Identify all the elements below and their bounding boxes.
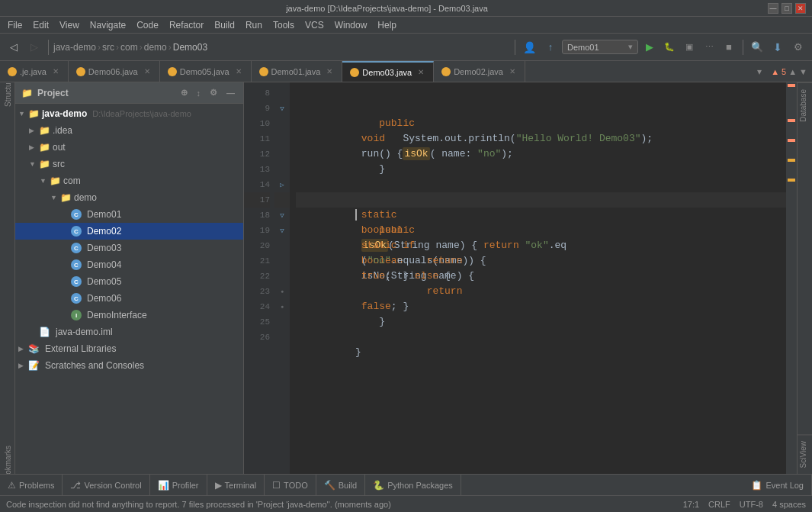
tree-item-demo06[interactable]: ▶ C Demo06 bbox=[15, 290, 243, 307]
tree-item-demo03[interactable]: ▶ C Demo03 bbox=[15, 240, 243, 256]
code-content[interactable]: public void run() { System.out.println("… bbox=[290, 82, 786, 474]
bottom-tab-python[interactable]: 🐍 Python Packages bbox=[365, 475, 461, 495]
tree-item-root[interactable]: ▼ 📁 java-demo D:\IdeaProjects\java-demo bbox=[15, 105, 243, 122]
tab-icon-demo01 bbox=[259, 67, 268, 76]
tree-item-demointerface[interactable]: ▶ I DemoInterface bbox=[15, 307, 243, 324]
menu-item-help[interactable]: Help bbox=[373, 18, 401, 32]
maximize-button[interactable]: □ bbox=[782, 3, 792, 14]
stop-button[interactable]: ■ bbox=[720, 38, 738, 56]
title-text: java-demo [D:\IdeaProjects\java-demo] - … bbox=[6, 4, 768, 13]
tree-item-idea[interactable]: ▶ 📁 .idea bbox=[15, 122, 243, 139]
run-config-selector[interactable]: Demo01 ▾ bbox=[562, 40, 638, 54]
minimize-button[interactable]: — bbox=[768, 3, 778, 14]
menu-item-navigate[interactable]: Navigate bbox=[85, 18, 130, 32]
tree-item-com[interactable]: ▼ 📁 com bbox=[15, 172, 243, 189]
panel-collapse-button[interactable]: — bbox=[224, 87, 237, 99]
tab-demo06[interactable]: Demo06.java ✕ bbox=[69, 61, 160, 82]
vcs-update-button[interactable]: ↑ bbox=[541, 38, 560, 56]
tree-item-scratches[interactable]: ▶ 📝 Scratches and Consoles bbox=[15, 357, 243, 374]
tree-item-iml[interactable]: ▶ 📄 java-demo.iml bbox=[15, 324, 243, 340]
breadcrumb-demo03[interactable]: Demo03 bbox=[173, 42, 207, 53]
tree-item-ext-libs[interactable]: ▶ 📚 External Libraries bbox=[15, 340, 243, 357]
line-num-24: 24 bbox=[244, 299, 270, 314]
menu-item-code[interactable]: Code bbox=[132, 18, 163, 32]
warning-down-icon[interactable]: ▼ bbox=[799, 67, 807, 76]
tab-close-demo06[interactable]: ✕ bbox=[143, 67, 152, 76]
bottom-tab-eventlog[interactable]: 📋 Event Log bbox=[743, 475, 812, 495]
tab-je[interactable]: .je.java ✕ bbox=[0, 61, 69, 82]
settings-button[interactable]: ⚙ bbox=[789, 38, 807, 56]
tab-close-demo01[interactable]: ✕ bbox=[325, 67, 334, 76]
tab-close-demo05[interactable]: ✕ bbox=[234, 67, 243, 76]
tree-item-out[interactable]: ▶ 📁 out bbox=[15, 139, 243, 156]
panel-sort-button[interactable]: ↕ bbox=[194, 87, 204, 99]
menu-item-view[interactable]: View bbox=[55, 18, 84, 32]
sciview-tab[interactable]: SciView bbox=[798, 434, 813, 474]
tree-item-demo[interactable]: ▼ 📁 demo bbox=[15, 189, 243, 206]
more-run-button[interactable]: ⋯ bbox=[700, 38, 718, 56]
tree-item-demo04[interactable]: ▶ C Demo04 bbox=[15, 256, 243, 273]
breadcrumb-javademo[interactable]: java-demo bbox=[53, 42, 96, 53]
menu-item-run[interactable]: Run bbox=[241, 18, 267, 32]
bottom-tab-build[interactable]: 🔨 Build bbox=[316, 475, 365, 495]
tab-demo03[interactable]: Demo03.java ✕ bbox=[342, 61, 434, 82]
panel-add-button[interactable]: ⊕ bbox=[178, 86, 190, 99]
search-button[interactable]: 🔍 bbox=[748, 38, 766, 56]
tab-demo02[interactable]: Demo02.java ✕ bbox=[434, 61, 525, 82]
breadcrumb-src[interactable]: src bbox=[102, 42, 114, 53]
panel-settings-button[interactable]: ⚙ bbox=[207, 86, 220, 99]
bottom-tab-profiler[interactable]: 📊 Profiler bbox=[150, 475, 207, 495]
gutter-21 bbox=[274, 253, 290, 269]
tab-demo01[interactable]: Demo01.java ✕ bbox=[252, 61, 343, 82]
coverage-button[interactable]: ▣ bbox=[680, 38, 698, 56]
warning-count: 5 bbox=[782, 67, 786, 76]
menu-item-tools[interactable]: Tools bbox=[268, 18, 299, 32]
bottom-tab-todo[interactable]: ☐ TODO bbox=[265, 475, 316, 495]
status-charset[interactable]: UTF-8 bbox=[740, 500, 763, 509]
bottom-tab-vcs[interactable]: ⎇ Version Control bbox=[63, 475, 149, 495]
tab-demo05[interactable]: Demo05.java ✕ bbox=[160, 61, 252, 82]
bottom-tab-terminal[interactable]: ▶ Terminal bbox=[207, 475, 265, 495]
close-button[interactable]: ✕ bbox=[795, 3, 806, 14]
warning-up-icon[interactable]: ▲ bbox=[788, 67, 797, 76]
menu-item-vcs[interactable]: VCS bbox=[300, 18, 329, 32]
breadcrumb-demo[interactable]: demo bbox=[144, 42, 167, 53]
status-message: Code inspection did not find anything to… bbox=[6, 500, 677, 509]
menu-item-edit[interactable]: Edit bbox=[28, 18, 53, 32]
debug-button[interactable]: 🐛 bbox=[660, 38, 679, 56]
profile-button[interactable]: 👤 bbox=[520, 38, 538, 56]
menu-item-window[interactable]: Window bbox=[330, 18, 372, 32]
breadcrumb-com[interactable]: com bbox=[120, 42, 138, 53]
code-container[interactable]: 8 9 10 11 12 13 14 17 18 19 20 21 22 23 … bbox=[244, 82, 797, 474]
status-position[interactable]: 17:1 bbox=[683, 500, 699, 509]
back-button[interactable]: ◁ bbox=[5, 38, 23, 56]
fold-arrow-14[interactable]: ▷ bbox=[280, 181, 284, 189]
tab-more-button[interactable]: ▾ bbox=[753, 61, 766, 82]
fold-arrow-9[interactable]: ▽ bbox=[280, 105, 284, 113]
tree-item-demo02[interactable]: ▶ C Demo02 bbox=[15, 223, 243, 240]
status-encoding[interactable]: CRLF bbox=[708, 500, 730, 509]
tree-item-demo05[interactable]: ▶ C Demo05 bbox=[15, 273, 243, 290]
bookmarks-panel-button[interactable]: Bookmarks bbox=[2, 459, 14, 471]
code-line-17 bbox=[296, 192, 786, 208]
fold-arrow-18[interactable]: ▽ bbox=[280, 211, 284, 220]
forward-button[interactable]: ▷ bbox=[25, 38, 43, 56]
structure-panel-button[interactable]: Structure bbox=[2, 85, 14, 98]
database-tab[interactable]: Database bbox=[798, 82, 813, 128]
menu-item-build[interactable]: Build bbox=[210, 18, 239, 32]
tree-item-demo01[interactable]: ▶ C Demo01 bbox=[15, 206, 243, 223]
tree-item-src[interactable]: ▼ 📁 src bbox=[15, 156, 243, 172]
tree-arrow-com: ▼ bbox=[40, 177, 47, 185]
update-button[interactable]: ⬇ bbox=[769, 38, 787, 56]
menu-item-file[interactable]: File bbox=[3, 18, 27, 32]
tab-close-je[interactable]: ✕ bbox=[51, 67, 60, 76]
status-indent[interactable]: 4 spaces bbox=[772, 500, 806, 509]
menu-item-refactor[interactable]: Refactor bbox=[165, 18, 208, 32]
line-num-8: 8 bbox=[244, 85, 270, 101]
tab-close-demo03[interactable]: ✕ bbox=[416, 68, 425, 76]
tab-close-demo02[interactable]: ✕ bbox=[508, 67, 517, 76]
fold-arrow-19[interactable]: ▽ bbox=[280, 227, 284, 235]
vcs-label: Version Control bbox=[84, 481, 141, 490]
bottom-tab-problems[interactable]: ⚠ Problems bbox=[0, 475, 63, 495]
run-button[interactable]: ▶ bbox=[640, 38, 659, 56]
